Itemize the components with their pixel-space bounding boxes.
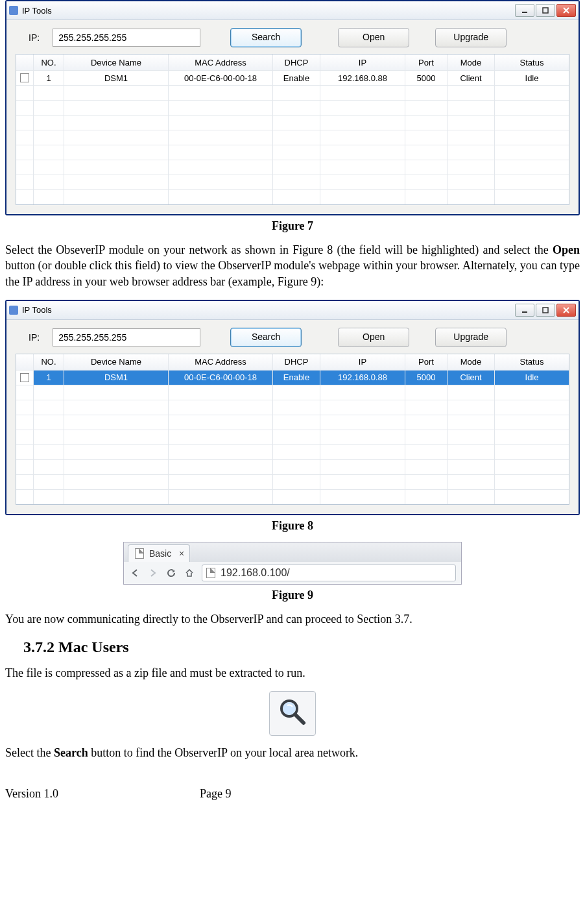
ip-label: IP: — [29, 332, 40, 343]
grid-header: NO. Device Name MAC Address DHCP IP Port… — [16, 354, 569, 371]
maximize-button[interactable] — [536, 304, 555, 317]
minimize-button[interactable] — [515, 304, 534, 317]
caption-fig7: Figure 7 — [5, 219, 580, 233]
back-icon[interactable] — [129, 568, 141, 578]
cell-ip: 192.168.0.88 — [320, 71, 405, 85]
footer-page: Page 9 — [200, 787, 232, 801]
open-button[interactable]: Open — [338, 328, 409, 347]
paragraph-4: Select the Search button to find the Obs… — [5, 745, 580, 760]
svg-rect-1 — [543, 8, 548, 13]
table-row[interactable]: 1 DSM1 00-0E-C6-00-00-18 Enable 192.168.… — [16, 71, 569, 86]
row-checkbox[interactable] — [20, 73, 29, 82]
cell-mode: Client — [448, 71, 495, 85]
row-checkbox[interactable] — [20, 373, 29, 382]
minimize-button[interactable] — [515, 4, 534, 17]
url-text: 192.168.0.100/ — [221, 567, 290, 579]
caption-fig8: Figure 8 — [5, 519, 580, 533]
search-button[interactable]: Search — [230, 28, 302, 47]
heading-mac-users: 3.7.2 Mac Users — [23, 638, 580, 656]
table-row-selected[interactable]: 1 DSM1 00-0E-C6-00-00-18 Enable 192.168.… — [16, 371, 569, 385]
cell-status: Idle — [495, 71, 569, 85]
close-tab-icon[interactable]: × — [179, 548, 184, 559]
col-ip: IP — [320, 55, 405, 70]
footer-version: Version 1.0 — [5, 787, 200, 801]
col-dhcp: DHCP — [273, 55, 320, 70]
cell-name: DSM1 — [64, 71, 169, 85]
col-mac: MAC Address — [169, 55, 273, 70]
cell-no: 1 — [34, 71, 64, 85]
paragraph-2: You are now communicating directly to th… — [5, 611, 580, 627]
grid-header: NO. Device Name MAC Address DHCP IP Port… — [16, 55, 569, 71]
col-name: Device Name — [64, 55, 169, 70]
close-button[interactable] — [556, 4, 576, 17]
magnifier-icon — [269, 691, 316, 736]
paragraph-1: Select the ObseverIP module on your netw… — [5, 242, 580, 289]
ip-label: IP: — [29, 32, 40, 43]
paragraph-3: The file is compressed as a zip file and… — [5, 665, 580, 681]
app-icon — [9, 6, 18, 15]
window-title: IP Tools — [22, 6, 514, 16]
document-icon — [135, 548, 144, 559]
ip-input[interactable] — [53, 328, 200, 346]
ip-input[interactable] — [53, 29, 200, 47]
url-field[interactable]: 192.168.0.100/ — [202, 565, 456, 581]
cell-dhcp: Enable — [273, 71, 320, 85]
close-button[interactable] — [556, 304, 576, 317]
search-button[interactable]: Search — [230, 328, 302, 347]
page-footer: Version 1.0 Page 9 — [5, 787, 580, 801]
document-icon — [206, 568, 215, 578]
svg-rect-5 — [543, 308, 548, 313]
toolbar: IP: Search Open Upgrade — [16, 28, 569, 47]
iptools-window-fig7: IP Tools IP: Search Open Upgrade NO. Dev… — [5, 0, 580, 215]
app-icon — [9, 306, 18, 315]
home-icon[interactable] — [184, 568, 195, 578]
open-button[interactable]: Open — [338, 28, 409, 47]
titlebar: IP Tools — [6, 1, 579, 20]
tab-title: Basic — [149, 548, 171, 559]
forward-icon[interactable] — [147, 568, 159, 578]
maximize-button[interactable] — [536, 4, 555, 17]
col-status: Status — [495, 55, 569, 70]
device-grid: NO. Device Name MAC Address DHCP IP Port… — [16, 354, 569, 505]
window-title: IP Tools — [22, 305, 514, 315]
caption-fig9: Figure 9 — [5, 589, 580, 602]
upgrade-button[interactable]: Upgrade — [435, 328, 507, 347]
col-mode: Mode — [448, 55, 495, 70]
titlebar: IP Tools — [6, 301, 579, 320]
toolbar: IP: Search Open Upgrade — [16, 328, 569, 347]
cell-mac: 00-0E-C6-00-00-18 — [169, 71, 273, 85]
col-no: NO. — [34, 55, 64, 70]
upgrade-button[interactable]: Upgrade — [435, 28, 507, 47]
browser-bar: Basic × 192.168.0.100/ — [123, 542, 462, 585]
browser-tab[interactable]: Basic × — [128, 544, 190, 562]
cell-port: 5000 — [405, 71, 448, 85]
iptools-window-fig8: IP Tools IP: Search Open Upgrade NO. Dev… — [5, 300, 580, 515]
device-grid: NO. Device Name MAC Address DHCP IP Port… — [16, 54, 569, 205]
reload-icon[interactable] — [165, 568, 177, 578]
col-port: Port — [405, 55, 448, 70]
svg-line-10 — [295, 714, 304, 723]
